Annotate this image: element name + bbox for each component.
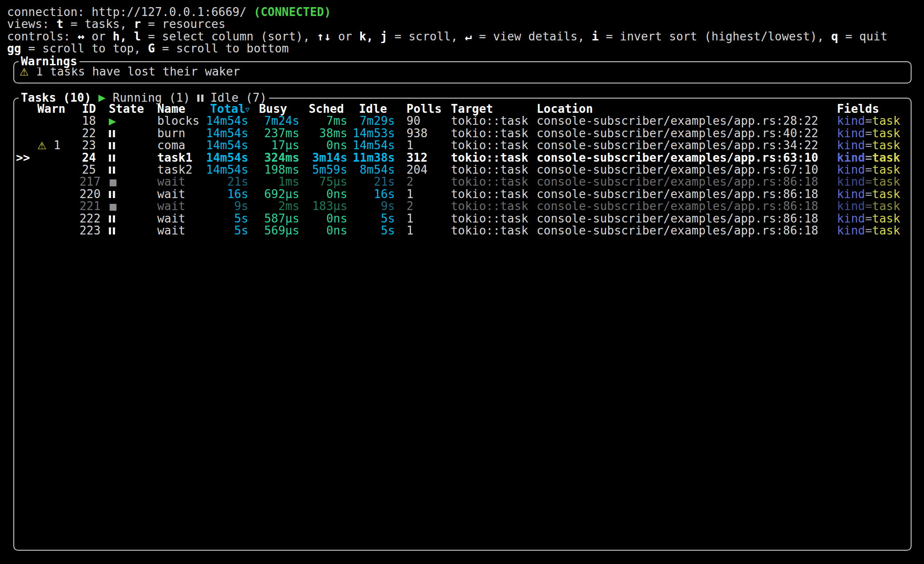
- views-line: views: t = tasks, r = resources: [7, 18, 888, 30]
- column-header-polls[interactable]: Polls: [395, 103, 451, 115]
- cell-total: 14m54s: [204, 152, 248, 164]
- cell-idle: 21s: [347, 176, 395, 188]
- cell-state: [103, 164, 157, 176]
- cell-location: console-subscriber/examples/app.rs:86:18: [537, 200, 837, 212]
- column-header-busy[interactable]: Busy: [248, 103, 299, 115]
- play-icon: ▶: [98, 92, 105, 104]
- table-row[interactable]: 22. burn 14m54s 237ms 38ms 14m53s 938 to…: [14, 127, 911, 139]
- table-row[interactable]: 18. ▶ blocks 14m54s 7m24s 7ms 7m29s 90 t…: [14, 115, 911, 127]
- field-value: task: [872, 151, 900, 164]
- cell-total: 16s: [204, 188, 248, 200]
- cell-sched: 0ns: [299, 188, 347, 200]
- selected-row-marker: >>: [16, 152, 36, 164]
- field-key: kind: [837, 224, 865, 237]
- cell-polls: 2: [395, 200, 451, 212]
- cell-sched: 0ns: [299, 139, 347, 151]
- table-row[interactable]: 217. ■ wait 21s 1ms 75µs 21s 2 tokio::ta…: [14, 176, 911, 188]
- cell-name: wait: [157, 176, 204, 188]
- cell-polls: 2: [395, 176, 451, 188]
- cell-id: 24.: [80, 152, 103, 164]
- column-header-location[interactable]: Location: [537, 103, 837, 115]
- pause-icon: [109, 215, 115, 223]
- cell-total: 14m54s: [204, 127, 248, 139]
- table-row[interactable]: 222. wait 5s 587µs 0ns 5s 1 tokio::task …: [14, 213, 911, 225]
- cell-location: console-subscriber/examples/app.rs:67:10: [537, 164, 837, 176]
- pause-icon: [109, 166, 115, 174]
- table-row[interactable]: 220. wait 16s 692µs 0ns 16s 1 tokio::tas…: [14, 188, 911, 200]
- warning-triangle-icon: ⚠: [37, 140, 47, 151]
- column-header-id[interactable]: ID.: [80, 103, 103, 115]
- field-equals: =: [865, 139, 872, 152]
- table-row[interactable]: >> 24. task1 14m54s 324ms 3m14s 11m38s 3…: [14, 152, 911, 164]
- cell-id: 220.: [80, 188, 103, 200]
- column-header-state[interactable]: State: [103, 103, 157, 115]
- pause-icon: [197, 94, 203, 102]
- tokio-console-screen: { "colors": { "fg": "#d6d6d6", "bright":…: [0, 0, 924, 564]
- cell-polls: 1: [395, 188, 451, 200]
- column-header-sched[interactable]: Sched: [299, 103, 347, 115]
- cell-total: 14m54s: [204, 115, 248, 127]
- cell-target: tokio::task: [451, 188, 537, 200]
- cell-location: console-subscriber/examples/app.rs:86:18: [537, 225, 837, 237]
- cell-idle: 16s: [347, 188, 395, 200]
- cell-target: tokio::task: [451, 176, 537, 188]
- cell-fields: kind=task: [837, 115, 911, 127]
- field-equals: =: [865, 224, 872, 237]
- pause-icon: [109, 142, 115, 150]
- field-equals: =: [865, 175, 872, 188]
- tasks-panel: Tasks (10) ▶ Running (1) Idle (7) Warn I…: [13, 98, 912, 551]
- cell-polls: 312: [395, 152, 451, 164]
- cell-sched: 38ms: [299, 127, 347, 139]
- cell-total: 21s: [204, 176, 248, 188]
- cell-warn: ⚠ 1: [36, 139, 80, 152]
- cell-idle: 14m53s: [347, 127, 395, 139]
- column-header-idle[interactable]: Idle: [347, 103, 395, 115]
- column-header-total-sorted[interactable]: Total▿: [204, 103, 248, 115]
- cell-id: 23.: [80, 139, 103, 151]
- connection-line: connection: http://127.0.0.1:6669/ (CONN…: [7, 6, 888, 18]
- field-key: kind: [837, 212, 865, 225]
- cell-state: ■: [103, 175, 157, 188]
- cell-location: console-subscriber/examples/app.rs:28:22: [537, 115, 837, 127]
- cell-idle: 8m54s: [347, 164, 395, 176]
- field-value: task: [872, 139, 900, 152]
- field-key: kind: [837, 163, 865, 176]
- table-row[interactable]: 25. task2 14m54s 198ms 5m59s 8m54s 204 t…: [14, 164, 911, 176]
- cell-fields: kind=task: [837, 127, 911, 139]
- field-value: task: [872, 199, 900, 213]
- cell-sched: 7ms: [299, 115, 347, 127]
- cell-name: blocks: [157, 115, 204, 127]
- cell-polls: 90: [395, 115, 451, 127]
- field-value: task: [872, 175, 900, 188]
- cell-total: 9s: [204, 200, 248, 212]
- cell-id: 22.: [80, 127, 103, 139]
- stop-square-icon: ■: [109, 177, 117, 187]
- table-row[interactable]: 221. ■ wait 9s 2ms 183µs 9s 2 tokio::tas…: [14, 200, 911, 212]
- cell-idle: 9s: [347, 200, 395, 212]
- cell-name: wait: [157, 225, 204, 237]
- cell-target: tokio::task: [451, 164, 537, 176]
- cell-location: console-subscriber/examples/app.rs:86:18: [537, 188, 837, 200]
- column-header-fields[interactable]: Fields: [837, 103, 911, 115]
- field-key: kind: [837, 187, 865, 201]
- column-header-warn[interactable]: Warn: [36, 103, 80, 115]
- cell-fields: kind=task: [837, 164, 911, 176]
- cell-name: coma: [157, 139, 204, 151]
- cell-polls: 204: [395, 164, 451, 176]
- table-row[interactable]: 223. wait 5s 569µs 0ns 5s 1 tokio::task …: [14, 225, 911, 237]
- controls-line-2: gg = scroll to top, G = scroll to bottom: [7, 43, 888, 55]
- cell-target: tokio::task: [451, 152, 537, 164]
- cell-name: burn: [157, 127, 204, 139]
- cell-id: 217.: [80, 176, 103, 188]
- table-row[interactable]: ⚠ 1 23. coma 14m54s 17µs 0ns 14m54s 1 to…: [14, 139, 911, 151]
- cell-idle: 5s: [347, 213, 395, 225]
- cell-busy: 569µs: [248, 225, 299, 237]
- cell-fields: kind=task: [837, 139, 911, 151]
- cell-name: task2: [157, 164, 204, 176]
- cell-polls: 938: [395, 127, 451, 139]
- column-header-name[interactable]: Name: [157, 103, 204, 115]
- cell-busy: 198ms: [248, 164, 299, 176]
- column-header-target[interactable]: Target: [451, 103, 537, 115]
- cell-polls: 1: [395, 225, 451, 237]
- cell-fields: kind=task: [837, 176, 911, 188]
